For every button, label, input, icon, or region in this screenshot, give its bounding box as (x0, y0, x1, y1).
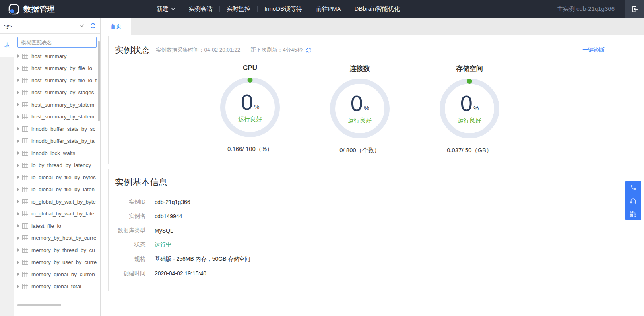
main-area: 首页 实例状态 实例数据采集时间：04-02 20:01:22 距下次刷新：4分… (101, 18, 644, 316)
table-tree-item[interactable]: io_global_by_wait_by_late (14, 208, 100, 220)
menu-item-label: 新建 (157, 5, 169, 13)
table-tree-item[interactable]: host_summary (14, 50, 100, 62)
caret-right-icon[interactable] (17, 261, 19, 264)
gauge-status: 运行良好 (238, 116, 262, 123)
horizontal-scrollbar-thumb[interactable] (17, 304, 61, 306)
table-icon (22, 211, 28, 216)
caret-right-icon[interactable] (17, 91, 19, 94)
database-select[interactable]: sys (4, 23, 84, 29)
caret-right-icon[interactable] (17, 164, 19, 167)
master-instance-label: 主实例 cdb-21q1g366 (557, 5, 615, 13)
table-icon (22, 54, 28, 59)
caret-right-icon[interactable] (17, 188, 19, 191)
table-search-input[interactable] (17, 37, 97, 48)
table-tree-item[interactable]: host_summary_by_statem (14, 99, 100, 111)
table-tree-item[interactable]: latest_file_io (14, 220, 100, 232)
caret-right-icon[interactable] (17, 127, 19, 130)
table-name: memory_by_host_by_curre (31, 235, 97, 241)
table-tree-item[interactable]: host_summary_by_file_io_t (14, 74, 100, 87)
phone-icon (630, 184, 637, 191)
table-tree-item[interactable]: innodb_buffer_stats_by_sc (14, 123, 100, 135)
info-value: 基础版 - 256MB 内存，50GB 存储空间 (155, 256, 250, 263)
table-name: innodb_buffer_stats_by_ta (31, 138, 95, 144)
status-panel-title: 实例状态 (115, 44, 150, 56)
menu-item-instance-sessions[interactable]: 实例会话 (182, 0, 219, 18)
table-tree-item[interactable]: memory_by_user_by_curre (14, 256, 100, 269)
table-tree-item[interactable]: io_global_by_wait_by_byte (14, 196, 100, 208)
table-tree-item[interactable]: host_summary_by_file_io (14, 62, 100, 75)
menu-item-new[interactable]: 新建 (150, 0, 182, 18)
caret-right-icon[interactable] (17, 248, 19, 252)
refresh-icon[interactable] (306, 47, 312, 53)
refresh-icon (90, 23, 96, 29)
table-tree-item[interactable]: memory_global_by_curren (14, 268, 100, 281)
table-tree-item[interactable]: memory_by_host_by_curre (14, 232, 100, 244)
caret-right-icon[interactable] (17, 224, 19, 227)
menu-item-innodb-lock-waits[interactable]: InnoDB锁等待 (258, 0, 309, 18)
table-name: host_summary_by_file_io_t (31, 78, 97, 83)
table-search (17, 37, 96, 48)
menu-item-goto-pma[interactable]: 前往PMA (309, 0, 348, 18)
caret-right-icon[interactable] (17, 176, 19, 179)
caret-right-icon[interactable] (17, 285, 19, 288)
table-tree-item[interactable]: memory_by_thread_by_cu (14, 244, 100, 256)
table-tree-item[interactable]: memory_global_total (14, 281, 100, 293)
caret-right-icon[interactable] (17, 212, 19, 215)
gauge-usage: 0.037/ 50（GB） (447, 147, 492, 154)
info-value: cdb149944 (155, 213, 182, 219)
tab-home[interactable]: 首页 (101, 18, 131, 35)
caret-right-icon[interactable] (17, 151, 19, 155)
phone-support-button[interactable] (625, 181, 641, 194)
caret-right-icon[interactable] (17, 79, 19, 82)
info-label: 创建时间 (115, 270, 145, 277)
gauge-connections: 连接数 0 % 运行良好 0/ 800（个数） (326, 64, 394, 154)
sidebar-vertical-tabs: 表 (0, 34, 14, 316)
table-tree-item[interactable]: innodb_buffer_stats_by_ta (14, 135, 100, 147)
status-panel-meta: 实例数据采集时间：04-02 20:01:22 距下次刷新：4分45秒 (156, 47, 312, 54)
info-label: 规格 (115, 256, 145, 263)
gauge-usage: 0/ 800（个数） (339, 147, 380, 154)
table-icon (22, 90, 28, 95)
table-tree-item[interactable]: io_global_by_file_by_bytes (14, 171, 100, 184)
table-icon (22, 78, 28, 83)
table-tree-item[interactable]: host_summary_by_statem (14, 111, 100, 123)
table-tree-item[interactable]: io_by_thread_by_latency (14, 159, 100, 172)
gauge-value: 0 % (460, 93, 479, 114)
qrcode-button[interactable] (625, 207, 641, 220)
customer-service-button[interactable] (625, 194, 641, 207)
menu-item-realtime-monitor[interactable]: 实时监控 (220, 0, 257, 18)
table-tree-item[interactable]: host_summary_by_stages (14, 87, 100, 99)
one-click-diagnose-link[interactable]: 一键诊断 (582, 47, 605, 54)
page-content: 实例状态 实例数据采集时间：04-02 20:01:22 距下次刷新：4分45秒 (101, 35, 644, 316)
info-row-spec: 规格 基础版 - 256MB 内存，50GB 存储空间 (115, 252, 605, 266)
gauge-cpu: CPU 0 % 运行良好 0.166/ 100（%） (216, 64, 284, 154)
caret-right-icon[interactable] (17, 273, 19, 276)
caret-right-icon[interactable] (17, 140, 19, 143)
caret-right-icon[interactable] (17, 237, 19, 240)
info-label: 数据库类型 (115, 227, 145, 234)
sidebar: sys 表 (0, 18, 101, 316)
gauge-unit: % (364, 105, 369, 114)
table-tree-item[interactable]: io_global_by_file_by_laten (14, 184, 100, 196)
caret-right-icon[interactable] (17, 200, 19, 203)
brand-title: 数据管理 (23, 4, 55, 14)
vertical-scrollbar-thumb[interactable] (98, 41, 100, 121)
caret-right-icon[interactable] (17, 67, 19, 70)
logout-button[interactable] (625, 0, 644, 18)
info-row-status: 状态 运行中 (115, 238, 605, 252)
caret-right-icon[interactable] (17, 115, 19, 118)
database-select-value: sys (4, 23, 12, 29)
table-icon (22, 284, 28, 289)
gauge-value: 0 % (351, 93, 369, 114)
refresh-tables-button[interactable] (90, 23, 96, 29)
gauge-storage: 存储空间 0 % 运行良好 0.037/ 50（GB） (435, 64, 504, 154)
tab-tables[interactable]: 表 (0, 34, 14, 57)
gauge-ring: 0 % 运行良好 (440, 79, 499, 138)
caret-right-icon[interactable] (17, 54, 19, 58)
table-tree-item[interactable]: innodb_lock_waits (14, 147, 100, 159)
table-name: host_summary_by_statem (31, 102, 94, 108)
gauge-ring: 0 % 运行良好 (220, 78, 280, 137)
caret-right-icon[interactable] (17, 103, 19, 106)
menu-item-dbbrain[interactable]: DBbrain智能优化 (348, 0, 407, 18)
chevron-down-icon (80, 24, 84, 27)
